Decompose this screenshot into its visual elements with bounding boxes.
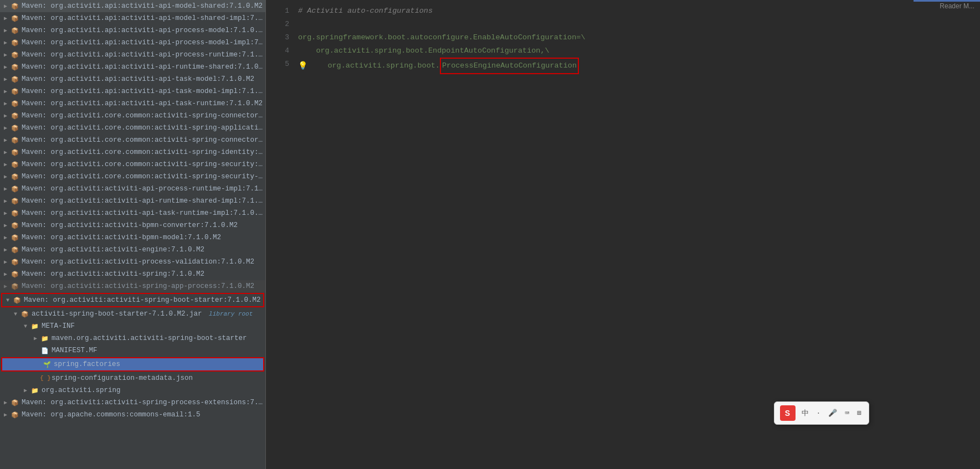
line-num-3: 3 <box>270 31 289 44</box>
code-line-5: 💡 org.activiti.spring.boot.ProcessEngine… <box>298 58 980 74</box>
tree-item-metainf[interactable]: ▼ 📁 META-INF <box>0 320 265 332</box>
item-label: Maven: org.activiti:activiti-spring-app-… <box>22 282 254 290</box>
code-line-4-text: org.activiti.spring.boot.EndpointAutoCon… <box>298 44 550 58</box>
tree-item-19[interactable]: ▶ 📦 Maven: org.activiti:activiti-bpmn-co… <box>0 219 265 231</box>
tree-item-orgspring[interactable]: ▶ 📁 org.activiti.spring <box>0 384 265 396</box>
tree-item-24[interactable]: ▶ 📦 Maven: org.activiti:activiti-spring-… <box>0 280 265 292</box>
tree-item-1[interactable]: ▶ 📦 Maven: org.activiti.api:activiti-api… <box>0 0 265 12</box>
sogou-keyboard-btn[interactable]: ⌨ <box>843 408 851 418</box>
item-label: spring-configuration-metadata.json <box>52 374 193 382</box>
code-area: 1 2 3 4 5 # Activiti auto-configurations… <box>266 0 980 469</box>
item-label: maven.org.activiti.activiti-spring-boot-… <box>52 334 247 342</box>
tree-item-14[interactable]: ▶ 📦 Maven: org.activiti.core.common:acti… <box>0 158 265 171</box>
expand-icon: ▶ <box>1 234 10 241</box>
tree-item-10[interactable]: ▶ 📦 Maven: org.activiti.core.common:acti… <box>0 110 265 122</box>
sogou-grid-btn[interactable]: ⊞ <box>855 408 863 418</box>
jar-icon: 📦 <box>10 411 20 419</box>
item-label: Maven: org.activiti:activiti-engine:7.1.… <box>22 246 204 254</box>
tree-item-config-json[interactable]: ▶ { } spring-configuration-metadata.json <box>0 372 265 384</box>
tree-item-12[interactable]: ▶ 📦 Maven: org.activiti.core.common:acti… <box>0 134 265 146</box>
item-label: Maven: org.activiti.api:activiti-api-pro… <box>22 51 263 59</box>
item-label: Maven: org.activiti.api:activiti-api-pro… <box>22 27 263 34</box>
expand-icon: ▼ <box>11 311 20 317</box>
item-label: Maven: org.activiti:activiti-spring-boot… <box>24 296 261 304</box>
item-label: META-INF <box>42 322 75 330</box>
tree-item-spring-factories[interactable]: ▶ 🌱 spring.factories <box>2 358 263 370</box>
library-root-label: library root <box>209 311 253 317</box>
sogou-chinese-btn[interactable]: 中 <box>800 408 810 419</box>
tree-item-7[interactable]: ▶ 📦 Maven: org.activiti.api:activiti-api… <box>0 73 265 85</box>
tree-item-16[interactable]: ▶ 📦 Maven: org.activiti:activiti-api-pro… <box>0 183 265 195</box>
expand-icon: ▶ <box>1 271 10 277</box>
item-label: Maven: org.activiti:activiti-spring:7.1.… <box>22 270 204 278</box>
tree-item-26[interactable]: ▶ 📦 Maven: org.activiti:activiti-spring-… <box>0 396 265 409</box>
item-label: Maven: org.activiti.api:activiti-api-tas… <box>22 75 254 83</box>
tree-item-20[interactable]: ▶ 📦 Maven: org.activiti:activiti-bpmn-mo… <box>0 231 265 244</box>
code-line-3: org.springframework.boot.autoconfigure.E… <box>298 31 980 44</box>
tree-item-2[interactable]: ▶ 📦 Maven: org.activiti.api:activiti-api… <box>0 12 265 24</box>
item-label: org.activiti.spring <box>42 386 121 394</box>
expand-icon: ▶ <box>31 335 40 342</box>
tree-item-18[interactable]: ▶ 📦 Maven: org.activiti:activiti-api-tas… <box>0 207 265 219</box>
tree-item-maven-org[interactable]: ▶ 📁 maven.org.activiti.activiti-spring-b… <box>0 332 265 344</box>
jar-icon: 📦 <box>10 399 20 406</box>
jar-icon: 📦 <box>10 76 20 83</box>
tree-item-8[interactable]: ▶ 📦 Maven: org.activiti.api:activiti-api… <box>0 85 265 97</box>
red-border-container: ▼ 📦 Maven: org.activiti:activiti-spring-… <box>1 293 264 307</box>
item-label: Maven: org.activiti.core.common:activiti… <box>22 173 263 181</box>
tree-item-manifest[interactable]: ▶ 📄 MANIFEST.MF <box>0 344 265 357</box>
sogou-dot: · <box>815 409 823 418</box>
jar-icon: 📦 <box>10 185 20 193</box>
tree-item-22[interactable]: ▶ 📦 Maven: org.activiti:activiti-process… <box>0 256 265 268</box>
tree-item-9[interactable]: ▶ 📦 Maven: org.activiti.api:activiti-api… <box>0 97 265 110</box>
tree-item-4[interactable]: ▶ 📦 Maven: org.activiti.api:activiti-api… <box>0 37 265 49</box>
folder-icon: 📁 <box>40 335 50 342</box>
line-num-5: 5 <box>270 58 289 71</box>
item-label: Maven: org.activiti.core.common:activiti… <box>22 136 263 144</box>
bulb-icon: 💡 <box>298 59 307 73</box>
expand-icon: ▶ <box>1 173 10 180</box>
expand-icon: ▶ <box>1 185 10 192</box>
expand-icon: ▶ <box>1 399 10 406</box>
expand-icon: ▶ <box>1 283 10 290</box>
item-label: activiti-spring-boot-starter-7.1.0.M2.ja… <box>32 310 253 318</box>
expand-icon: ▶ <box>1 125 10 131</box>
sogou-input-bar[interactable]: S 中 · 🎤 ⌨ ⊞ <box>774 401 869 425</box>
tree-item-5[interactable]: ▶ 📦 Maven: org.activiti.api:activiti-api… <box>0 49 265 61</box>
jar-name: activiti-spring-boot-starter-7.1.0.M2.ja… <box>32 310 202 318</box>
item-label: Maven: org.activiti:activiti-bpmn-model:… <box>22 234 221 241</box>
sogou-mic-btn[interactable]: 🎤 <box>827 408 839 418</box>
tree-item-23[interactable]: ▶ 📦 Maven: org.activiti:activiti-spring:… <box>0 268 265 280</box>
item-label: Maven: org.activiti.api:activiti-api-mod… <box>22 14 263 22</box>
tree-item-17[interactable]: ▶ 📦 Maven: org.activiti:activiti-api-run… <box>0 195 265 207</box>
tree-item-6[interactable]: ▶ 📦 Maven: org.activiti.api:activiti-api… <box>0 61 265 73</box>
code-line-2-text <box>298 18 302 31</box>
expand-icon: ▶ <box>1 112 10 119</box>
expand-icon: ▶ <box>1 64 10 70</box>
tree-item-15[interactable]: ▶ 📦 Maven: org.activiti.core.common:acti… <box>0 171 265 183</box>
expand-icon: ▶ <box>1 161 10 168</box>
tree-item-13[interactable]: ▶ 📦 Maven: org.activiti.core.common:acti… <box>0 146 265 158</box>
tree-item-27[interactable]: ▶ 📦 Maven: org.apache.commons:commons-em… <box>0 409 265 421</box>
expand-icon: ▶ <box>1 149 10 156</box>
jar-icon: 📦 <box>10 3 20 10</box>
item-label: MANIFEST.MF <box>52 347 98 354</box>
tree-item-11[interactable]: ▶ 📦 Maven: org.activiti.core.common:acti… <box>0 122 265 134</box>
code-line-1-text: # Activiti auto-configurations <box>298 4 433 18</box>
tree-item-jar[interactable]: ▼ 📦 activiti-spring-boot-starter-7.1.0.M… <box>0 308 265 320</box>
code-content: # Activiti auto-configurations org.sprin… <box>294 4 980 465</box>
code-line-2 <box>298 18 980 31</box>
jar-icon: 📦 <box>10 173 20 181</box>
code-line-5-prefix: org.activiti.spring.boot. <box>310 59 440 73</box>
expand-icon: ▶ <box>1 100 10 107</box>
jar-icon: 📦 <box>10 39 20 47</box>
item-label: Maven: org.apache.commons:commons-email:… <box>22 411 201 419</box>
tree-item-25[interactable]: ▼ 📦 Maven: org.activiti:activiti-spring-… <box>2 294 263 306</box>
jar-icon: 📦 <box>10 15 20 22</box>
spring-icon: 🌱 <box>42 361 52 368</box>
tree-item-3[interactable]: ▶ 📦 Maven: org.activiti.api:activiti-api… <box>0 24 265 37</box>
tree-item-21[interactable]: ▶ 📦 Maven: org.activiti:activiti-engine:… <box>0 244 265 256</box>
line-num-4: 4 <box>270 44 289 58</box>
expand-icon: ▶ <box>1 3 10 9</box>
jar-icon: 📦 <box>20 311 30 318</box>
